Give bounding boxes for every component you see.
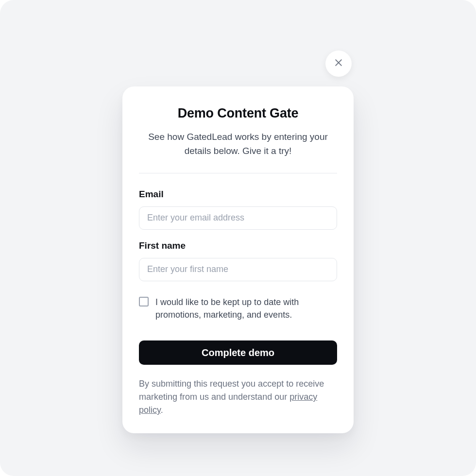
submit-button[interactable]: Complete demo (139, 340, 337, 365)
email-field-group: Email (139, 189, 337, 230)
disclaimer-text: By submitting this request you accept to… (139, 377, 337, 417)
modal-title: Demo Content Gate (139, 106, 337, 121)
marketing-optin-label: I would like to be kept up to date with … (155, 296, 337, 321)
close-icon (334, 58, 343, 69)
modal-subtitle: See how GatedLead works by entering your… (139, 130, 337, 158)
first-name-label: First name (139, 240, 337, 251)
page-background: Demo Content Gate See how GatedLead work… (0, 0, 476, 476)
disclaimer-suffix: . (161, 405, 163, 415)
email-label: Email (139, 189, 337, 200)
first-name-input[interactable] (139, 258, 337, 281)
content-gate-modal: Demo Content Gate See how GatedLead work… (122, 86, 354, 433)
marketing-optin-checkbox[interactable] (139, 297, 149, 306)
email-input[interactable] (139, 206, 337, 230)
close-button[interactable] (325, 51, 352, 77)
divider (139, 173, 337, 173)
first-name-field-group: First name (139, 240, 337, 281)
marketing-optin-row: I would like to be kept up to date with … (139, 296, 337, 321)
